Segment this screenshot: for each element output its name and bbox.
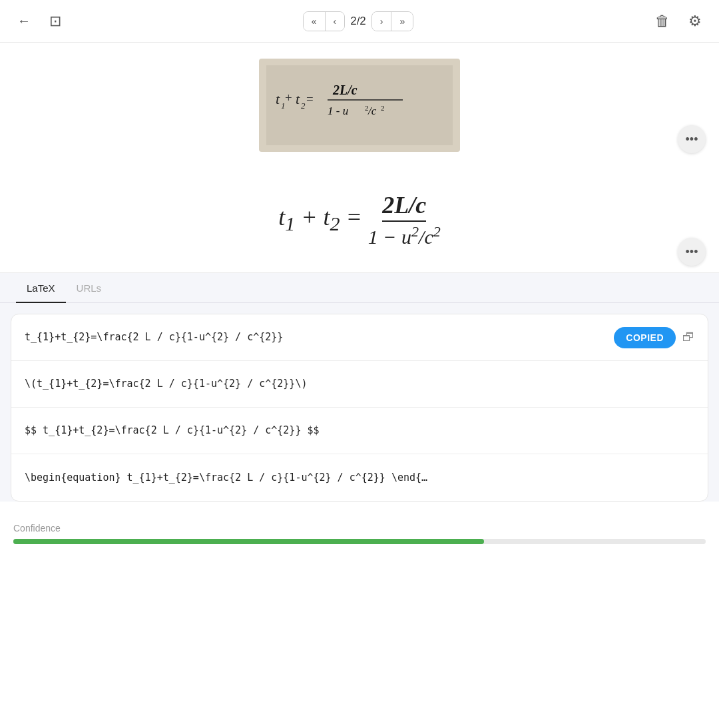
latex-item: t_{1}+t_{2}=\frac{2 L / c}{1-u^{2} / c^{… bbox=[11, 314, 708, 361]
confidence-section: Confidence bbox=[0, 512, 719, 557]
svg-text:t: t bbox=[276, 91, 280, 107]
confidence-label: Confidence bbox=[13, 523, 706, 534]
copied-badge: COPIED bbox=[614, 327, 676, 348]
latex-item: \begin{equation} t_{1}+t_{2}=\frac{2 L /… bbox=[11, 454, 708, 501]
tabs-section: LaTeX URLs t_{1}+t_{2}=\frac{2 L / c}{1-… bbox=[0, 273, 719, 502]
delete-button[interactable]: 🗑 bbox=[651, 9, 674, 34]
nav-prev-button[interactable]: ‹ bbox=[326, 12, 345, 31]
formula-denominator: 1 − u2/c2 bbox=[368, 222, 441, 248]
confidence-bar-fill bbox=[13, 539, 484, 544]
screen-icon: ⊡ bbox=[49, 13, 61, 30]
svg-text:+: + bbox=[285, 91, 292, 105]
copy-icon[interactable]: 🗗 bbox=[682, 330, 694, 344]
formula-lhs: t1 + t2 = bbox=[278, 204, 368, 230]
handwritten-image: t 1 + t 2 = 2L/c 1 - u 2 /c 2 bbox=[259, 59, 460, 152]
screen-button[interactable]: ⊡ bbox=[45, 9, 65, 34]
svg-text:1 - u: 1 - u bbox=[328, 105, 348, 117]
svg-text:=: = bbox=[306, 92, 314, 106]
tabs-bar: LaTeX URLs bbox=[0, 273, 719, 303]
nav-prev-fast-button[interactable]: « bbox=[304, 12, 326, 31]
more-icon: ••• bbox=[686, 133, 698, 147]
svg-text:2: 2 bbox=[381, 104, 385, 112]
header-right: 🗑 ⚙ bbox=[651, 9, 706, 34]
header: ← ⊡ « ‹ 2/2 › » 🗑 ⚙ bbox=[0, 0, 719, 43]
formula-more-button[interactable]: ••• bbox=[678, 238, 706, 266]
svg-text:/c: /c bbox=[367, 105, 377, 117]
latex-text: \begin{equation} t_{1}+t_{2}=\frac{2 L /… bbox=[25, 470, 694, 486]
svg-text:2: 2 bbox=[301, 101, 306, 111]
latex-item: \(t_{1}+t_{2}=\frac{2 L / c}{1-u^{2} / c… bbox=[11, 361, 708, 408]
back-icon: ← bbox=[17, 13, 31, 29]
svg-rect-0 bbox=[266, 65, 453, 145]
nav-next-button[interactable]: › bbox=[372, 12, 392, 31]
more-icon-formula: ••• bbox=[686, 245, 698, 259]
settings-icon: ⚙ bbox=[688, 13, 702, 30]
formula-fraction: 2L/c 1 − u2/c2 bbox=[368, 191, 441, 248]
back-button[interactable]: ← bbox=[13, 9, 35, 33]
header-center: « ‹ 2/2 › » bbox=[65, 11, 651, 31]
settings-button[interactable]: ⚙ bbox=[684, 9, 706, 34]
image-more-button[interactable]: ••• bbox=[678, 125, 706, 153]
svg-text:2L/c: 2L/c bbox=[332, 83, 358, 97]
formula-numerator: 2L/c bbox=[382, 191, 426, 222]
nav-next-fast-button[interactable]: » bbox=[391, 12, 413, 31]
tab-urls[interactable]: URLs bbox=[66, 273, 113, 303]
header-left: ← ⊡ bbox=[13, 9, 65, 34]
page-indicator: 2/2 bbox=[350, 15, 366, 28]
confidence-bar-background bbox=[13, 539, 706, 544]
formula-section: t1 + t2 = 2L/c 1 − u2/c2 ••• bbox=[0, 160, 719, 273]
formula-image-svg: t 1 + t 2 = 2L/c 1 - u 2 /c 2 bbox=[266, 65, 453, 145]
latex-text: $$ t_{1}+t_{2}=\frac{2 L / c}{1-u^{2} / … bbox=[25, 423, 694, 438]
image-section: t 1 + t 2 = 2L/c 1 - u 2 /c 2 ••• bbox=[0, 43, 719, 160]
latex-item: $$ t_{1}+t_{2}=\frac{2 L / c}{1-u^{2} / … bbox=[11, 408, 708, 454]
tab-latex[interactable]: LaTeX bbox=[16, 273, 66, 303]
delete-icon: 🗑 bbox=[655, 13, 670, 30]
nav-prev-group: « ‹ bbox=[303, 11, 345, 31]
latex-text: t_{1}+t_{2}=\frac{2 L / c}{1-u^{2} / c^{… bbox=[25, 330, 607, 345]
latex-list: t_{1}+t_{2}=\frac{2 L / c}{1-u^{2} / c^{… bbox=[11, 314, 708, 502]
svg-text:t: t bbox=[296, 91, 300, 107]
formula-render: t1 + t2 = 2L/c 1 − u2/c2 bbox=[278, 191, 441, 248]
latex-text: \(t_{1}+t_{2}=\frac{2 L / c}{1-u^{2} / c… bbox=[25, 376, 694, 392]
nav-next-group: › » bbox=[371, 11, 413, 31]
